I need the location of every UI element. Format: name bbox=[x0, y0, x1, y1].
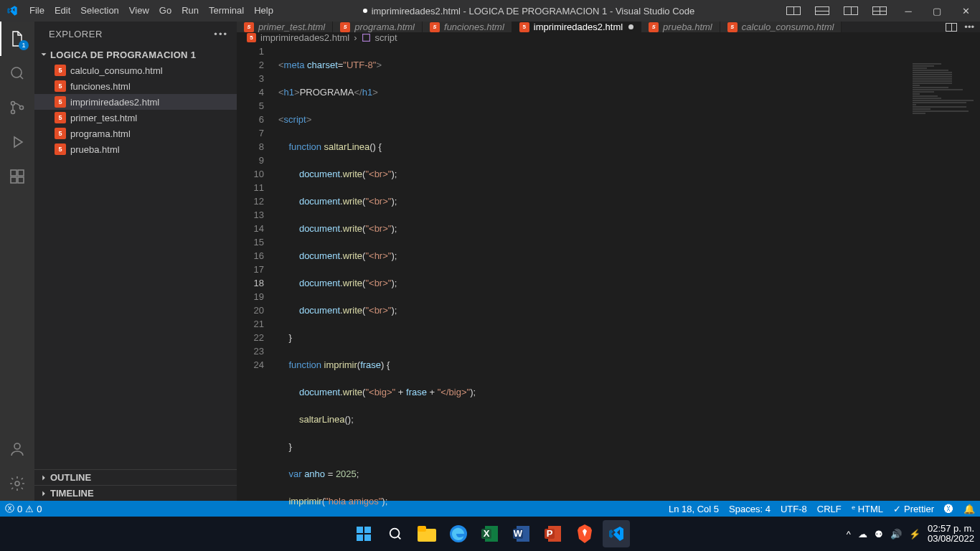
svg-rect-7 bbox=[18, 177, 24, 183]
breadcrumb[interactable]: 5 imprimiredades2.html › script bbox=[237, 32, 980, 43]
chevron-right-icon bbox=[39, 473, 49, 483]
menu-run[interactable]: Run bbox=[176, 0, 204, 22]
chevron-down-icon bbox=[39, 50, 49, 60]
svg-text:P: P bbox=[547, 528, 553, 539]
layout-right-icon[interactable] bbox=[837, 0, 865, 22]
windows-taskbar: X W P ^ ☁ ⚉ 🔊 ⚡ 02:57 p. m. 03/08/2022 bbox=[0, 517, 980, 551]
taskbar-powerpoint-icon[interactable]: P bbox=[540, 520, 567, 547]
svg-rect-11 bbox=[357, 527, 363, 533]
svg-text:X: X bbox=[484, 528, 490, 539]
line-gutter: 123456789101112131415161718192021222324 bbox=[237, 43, 277, 551]
tab-primer-test[interactable]: 5primer_test.html bbox=[237, 22, 333, 32]
taskbar-clock[interactable]: 02:57 p. m. 03/08/2022 bbox=[928, 524, 974, 544]
svg-rect-12 bbox=[364, 527, 371, 533]
tab-programa[interactable]: 5programa.html bbox=[333, 22, 423, 32]
svg-point-15 bbox=[390, 529, 400, 538]
html-icon: 5 bbox=[55, 143, 66, 155]
html-icon: 5 bbox=[727, 22, 738, 32]
svg-point-2 bbox=[11, 110, 15, 114]
svg-rect-5 bbox=[18, 170, 24, 176]
html-icon: 5 bbox=[430, 22, 440, 32]
layout-bottom-icon[interactable] bbox=[808, 0, 837, 22]
tab-funciones[interactable]: 5funciones.html bbox=[423, 22, 512, 32]
taskbar-edge-icon[interactable] bbox=[445, 520, 472, 547]
window-maximize-button[interactable]: ▢ bbox=[923, 0, 951, 22]
taskbar-search-icon[interactable] bbox=[382, 520, 409, 547]
html-icon: 5 bbox=[519, 22, 529, 32]
svg-point-9 bbox=[15, 481, 19, 486]
code-content[interactable]: <meta charset="UTF-8"> <h1>PROGRAMA</h1>… bbox=[277, 43, 980, 551]
activity-search[interactable] bbox=[0, 56, 34, 90]
html-icon: 5 bbox=[247, 33, 256, 42]
outline-section[interactable]: OUTLINE bbox=[34, 469, 237, 485]
menu-go[interactable]: Go bbox=[154, 0, 176, 22]
menu-view[interactable]: View bbox=[124, 0, 154, 22]
file-programa[interactable]: 5programa.html bbox=[34, 126, 237, 141]
activity-settings[interactable] bbox=[0, 466, 34, 501]
menu-help[interactable]: Help bbox=[249, 0, 278, 22]
taskbar-word-icon[interactable]: W bbox=[508, 520, 535, 547]
layout-grid-icon[interactable] bbox=[865, 0, 894, 22]
html-icon: 5 bbox=[55, 80, 66, 92]
activity-account[interactable] bbox=[0, 432, 34, 466]
activity-explorer[interactable]: 1 bbox=[0, 22, 34, 56]
menu-bar: File Edit Selection View Go Run Terminal… bbox=[24, 0, 278, 22]
activity-run-debug[interactable] bbox=[0, 125, 34, 159]
activity-extensions[interactable] bbox=[0, 159, 34, 194]
tab-imprimiredades2[interactable]: 5imprimiredades2.html bbox=[512, 22, 641, 32]
tab-bar: 5primer_test.html 5programa.html 5funcio… bbox=[237, 22, 980, 32]
tab-prueba[interactable]: 5prueba.html bbox=[641, 22, 720, 32]
chevron-right-icon bbox=[39, 489, 49, 499]
sidebar-title: EXPLORER ••• bbox=[34, 22, 237, 47]
svg-point-1 bbox=[11, 102, 15, 105]
taskbar-sound-icon[interactable]: 🔊 bbox=[890, 529, 902, 540]
minimap[interactable] bbox=[908, 62, 980, 501]
taskbar-explorer-icon[interactable] bbox=[413, 520, 440, 547]
file-imprimiredades2[interactable]: 5imprimiredades2.html bbox=[34, 94, 237, 110]
taskbar-vscode-icon[interactable] bbox=[603, 520, 630, 547]
html-icon: 5 bbox=[244, 22, 254, 32]
html-icon: 5 bbox=[55, 112, 66, 123]
taskbar-battery-icon[interactable]: ⚡ bbox=[909, 529, 920, 540]
vscode-logo-icon bbox=[0, 5, 24, 17]
taskbar-start-icon[interactable] bbox=[350, 520, 377, 547]
file-calculo-consumo[interactable]: 5calculo_consumo.html bbox=[34, 62, 237, 78]
file-funciones[interactable]: 5funciones.html bbox=[34, 78, 237, 94]
dirty-dot-icon bbox=[363, 9, 367, 13]
explorer-badge: 1 bbox=[19, 40, 29, 50]
window-close-button[interactable]: ✕ bbox=[951, 0, 980, 22]
folder-root[interactable]: LOGICA DE PROGRAMACION 1 bbox=[34, 47, 237, 62]
code-editor[interactable]: 123456789101112131415161718192021222324 … bbox=[237, 43, 980, 551]
html-icon: 5 bbox=[55, 96, 66, 108]
svg-rect-6 bbox=[11, 177, 17, 183]
layout-left-icon[interactable] bbox=[779, 0, 808, 22]
more-icon[interactable]: ••• bbox=[214, 29, 228, 39]
file-prueba[interactable]: 5prueba.html bbox=[34, 141, 237, 157]
menu-terminal[interactable]: Terminal bbox=[204, 0, 249, 22]
more-icon[interactable]: ••• bbox=[964, 22, 974, 32]
window-minimize-button[interactable]: ─ bbox=[894, 0, 923, 22]
html-icon: 5 bbox=[340, 22, 350, 32]
svg-point-8 bbox=[14, 443, 20, 449]
taskbar-brave-icon[interactable] bbox=[571, 520, 598, 547]
status-errors[interactable]: ⓧ 0 ⚠ 0 bbox=[0, 501, 47, 517]
taskbar-excel-icon[interactable]: X bbox=[476, 520, 504, 547]
window-title: imprimiredades2.html - LOGICA DE PROGRAM… bbox=[278, 6, 779, 17]
html-icon: 5 bbox=[55, 65, 66, 76]
menu-selection[interactable]: Selection bbox=[75, 0, 123, 22]
svg-point-3 bbox=[20, 106, 24, 110]
menu-file[interactable]: File bbox=[24, 0, 50, 22]
title-bar: File Edit Selection View Go Run Terminal… bbox=[0, 0, 980, 22]
svg-rect-14 bbox=[364, 534, 371, 541]
svg-point-0 bbox=[11, 67, 22, 77]
timeline-section[interactable]: TIMELINE bbox=[34, 485, 237, 501]
taskbar-onedrive-icon[interactable]: ☁ bbox=[858, 529, 867, 540]
symbol-icon bbox=[362, 33, 371, 42]
activity-scm[interactable] bbox=[0, 90, 34, 125]
menu-edit[interactable]: Edit bbox=[50, 0, 75, 22]
file-primer-test[interactable]: 5primer_test.html bbox=[34, 110, 237, 126]
tab-calculo-consumo[interactable]: 5calculo_consumo.html bbox=[720, 22, 842, 32]
split-editor-icon[interactable] bbox=[946, 23, 957, 32]
taskbar-wifi-icon[interactable]: ⚉ bbox=[875, 529, 883, 540]
taskbar-chevron-up-icon[interactable]: ^ bbox=[847, 529, 851, 540]
